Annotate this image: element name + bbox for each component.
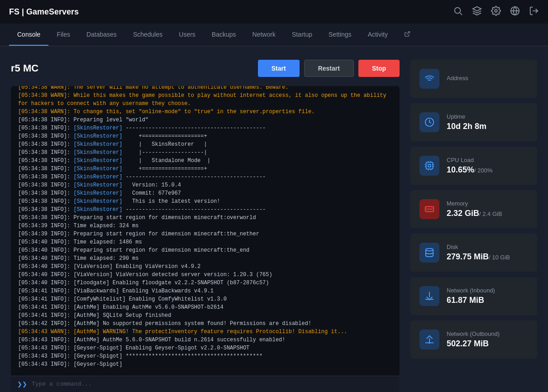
start-button[interactable]: Start bbox=[258, 60, 300, 77]
stat-disk: Disk 279.75 MiB/ 10 GiB bbox=[410, 234, 537, 272]
top-bar-icons bbox=[453, 6, 539, 18]
globe-icon[interactable] bbox=[510, 6, 520, 18]
svg-line-7 bbox=[407, 32, 410, 34]
app-logo: FS | GameServers bbox=[9, 7, 79, 17]
right-panel: Address Uptime 10d 2h 8m CPU Load 10.65%… bbox=[410, 60, 537, 392]
logout-icon[interactable] bbox=[529, 6, 539, 18]
net-in-icon bbox=[419, 286, 439, 306]
svg-rect-11 bbox=[428, 164, 431, 167]
console-terminal: container@pterodactyl~ Server marked as … bbox=[11, 86, 400, 392]
prompt-icon: ❯❯ bbox=[17, 381, 27, 387]
stat-address: Address bbox=[410, 60, 537, 98]
clock-icon bbox=[419, 112, 439, 132]
tab-users[interactable]: Users bbox=[171, 24, 204, 46]
left-panel: r5 MC Start Restart Stop container@ptero… bbox=[11, 60, 400, 392]
net-in-label: Network (Inbound) bbox=[447, 287, 495, 294]
disk-icon bbox=[419, 243, 439, 263]
server-title: r5 MC bbox=[11, 62, 38, 74]
cpu-label: CPU Load bbox=[447, 157, 493, 163]
svg-rect-10 bbox=[426, 163, 433, 169]
wifi-icon bbox=[419, 69, 439, 89]
settings-icon[interactable] bbox=[491, 6, 501, 18]
tab-external[interactable] bbox=[396, 24, 419, 46]
memory-icon bbox=[419, 199, 439, 219]
top-bar: FS | GameServers bbox=[0, 0, 548, 24]
tab-activity[interactable]: Activity bbox=[360, 24, 396, 46]
stat-cpu: CPU Load 10.65%/ 200% bbox=[410, 147, 537, 185]
memory-value: 2.32 GiB/ 2.4 GiB bbox=[447, 209, 502, 218]
svg-point-25 bbox=[426, 249, 434, 251]
net-out-icon bbox=[419, 330, 439, 349]
console-input-bar: ❯❯ bbox=[11, 376, 400, 392]
stop-button[interactable]: Stop bbox=[358, 60, 400, 77]
net-in-value: 61.87 MiB bbox=[447, 296, 495, 305]
console-input[interactable] bbox=[32, 381, 393, 387]
net-out-value: 502.27 MiB bbox=[447, 339, 500, 349]
stat-net-out: Network (Outbound) 502.27 MiB bbox=[410, 320, 537, 359]
tab-console[interactable]: Console bbox=[9, 24, 48, 46]
stat-memory: Memory 2.32 GiB/ 2.4 GiB bbox=[410, 190, 537, 228]
tab-schedules[interactable]: Schedules bbox=[125, 24, 171, 46]
console-output: container@pterodactyl~ Server marked as … bbox=[11, 86, 400, 376]
tab-settings[interactable]: Settings bbox=[320, 24, 360, 46]
tab-bar: Console Files Databases Schedules Users … bbox=[0, 24, 548, 46]
server-actions: Start Restart Stop bbox=[258, 60, 400, 77]
svg-point-0 bbox=[455, 7, 461, 13]
server-header: r5 MC Start Restart Stop bbox=[11, 60, 400, 77]
uptime-label: Uptime bbox=[447, 113, 486, 120]
tab-databases[interactable]: Databases bbox=[78, 24, 125, 46]
cpu-icon bbox=[419, 156, 439, 176]
cpu-value: 10.65%/ 200% bbox=[447, 165, 493, 175]
tab-startup[interactable]: Startup bbox=[284, 24, 320, 46]
uptime-value: 10d 2h 8m bbox=[447, 122, 486, 131]
tab-backups[interactable]: Backups bbox=[204, 24, 244, 46]
address-label: Address bbox=[447, 75, 468, 81]
layers-icon[interactable] bbox=[472, 6, 482, 18]
search-icon[interactable] bbox=[453, 6, 463, 18]
tab-files[interactable]: Files bbox=[48, 24, 78, 46]
stat-net-in: Network (Inbound) 61.87 MiB bbox=[410, 277, 537, 315]
svg-point-3 bbox=[495, 10, 497, 12]
memory-label: Memory bbox=[447, 200, 502, 207]
disk-label: Disk bbox=[447, 244, 510, 250]
net-out-label: Network (Outbound) bbox=[447, 330, 500, 337]
restart-button[interactable]: Restart bbox=[304, 60, 354, 77]
main-content: r5 MC Start Restart Stop container@ptero… bbox=[0, 46, 548, 392]
disk-value: 279.75 MiB/ 10 GiB bbox=[447, 252, 510, 262]
tab-network[interactable]: Network bbox=[244, 24, 284, 46]
stat-uptime: Uptime 10d 2h 8m bbox=[410, 103, 537, 141]
svg-line-1 bbox=[460, 13, 462, 15]
svg-marker-2 bbox=[473, 6, 481, 10]
svg-rect-20 bbox=[425, 207, 434, 212]
